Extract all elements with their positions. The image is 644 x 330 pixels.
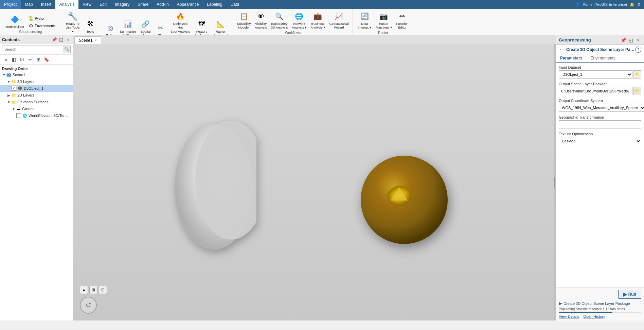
2d-layers-item[interactable]: ▶ 📁 2D Layers (0, 92, 73, 99)
spatial-join-icon: 🔗 (140, 19, 151, 30)
open-history-link[interactable]: Open History (583, 314, 605, 318)
input-dataset-folder-btn[interactable]: 📁 (633, 70, 641, 79)
2d-layers-expand[interactable]: ▶ (7, 93, 11, 97)
output-coord-label: Output Coordinate System (559, 99, 641, 103)
tab-share[interactable]: Share (133, 0, 153, 9)
function-editor-button[interactable]: ✏ FunctionEditor (395, 10, 410, 30)
layer-tool-bookmark[interactable]: 🔖 (43, 56, 50, 63)
tools-button[interactable]: 🛠 Tools (84, 18, 97, 34)
d3object1-item[interactable]: ✓ D3Object_1 (0, 85, 73, 92)
tab-insert[interactable]: Insert (37, 0, 55, 9)
ground-expand[interactable]: ▼ (12, 107, 16, 111)
tab-parameters[interactable]: Parameters (556, 54, 586, 63)
nav-zoom-out-button[interactable]: ⊟ (99, 286, 107, 294)
help-button[interactable]: ? (635, 47, 641, 53)
suitability-modeler-button[interactable]: 📋 SuitabilityModeler (236, 10, 252, 30)
tab-analysis[interactable]: Analysis (55, 0, 79, 9)
view-details-link[interactable]: View Details (559, 314, 579, 318)
modelbuilder-label: ModelBuilder (5, 25, 24, 29)
output-package-folder-btn[interactable]: 📁 (633, 87, 641, 95)
close-contents-icon[interactable]: × (65, 37, 71, 42)
scene-canvas[interactable]: ▲ ⊞ ⊟ ↺ (73, 44, 556, 320)
ready-to-use-button[interactable]: 🔧 Ready ToUse Tools ▾ (64, 10, 82, 34)
geo-progress-text: Populating Statistic resource f_16 into … (559, 307, 625, 311)
geo-progress: Populating Statistic resource f_16 into … (559, 307, 641, 313)
texture-opt-select[interactable]: Desktop Mobile None (559, 137, 641, 145)
tab-environments[interactable]: Environments (586, 54, 619, 62)
search-button[interactable]: 🔍 (63, 46, 71, 53)
admin-label: Admin (ArcGIS Enterprise) (583, 2, 627, 6)
search-input[interactable] (2, 46, 63, 53)
optimized-spot-button[interactable]: 🔥 Optimized HotSpot Analysis ▾ (169, 10, 192, 38)
layer-toolbar: ≡ ◧ ☑ ✏ ⊞ 🔖 (0, 55, 73, 65)
output-package-input[interactable] (559, 87, 632, 95)
nav-up-button[interactable]: ▲ (80, 286, 88, 294)
elevation-surfaces-icon: 📁 (11, 99, 16, 105)
feature-analysis-button[interactable]: 🗺 FeatureAnalysis ▾ (193, 18, 211, 38)
network-analysis-button[interactable]: 🌐 NetworkAnalysis ▾ (290, 10, 308, 30)
exploratory-3d-button[interactable]: 🔍 Exploratory3D Analysis (270, 10, 289, 30)
geo-status-row[interactable]: ▶ Create 3D Object Scene Layer Package (559, 301, 641, 306)
pin-icon[interactable]: 📌 (52, 37, 57, 42)
output-coord-select[interactable]: WGS_1984_Web_Mercator_Auxiliary_Sphere (559, 104, 644, 112)
run-button[interactable]: ▶ Run (618, 290, 641, 299)
layer-tool-snapping[interactable]: ⊞ (35, 56, 42, 63)
tab-addin[interactable]: Add-In (153, 0, 173, 9)
layer-tool-drawing-order[interactable]: ≡ (2, 56, 10, 63)
layer-tool-list-by-selection[interactable]: ☑ (18, 56, 26, 63)
input-dataset-select[interactable]: D3Object_1 (559, 70, 632, 79)
layer-tool-edit[interactable]: ✏ (26, 56, 34, 63)
raster-functions-button[interactable]: 📷 RasterFunctions ▾ (374, 10, 393, 30)
tab-imagery[interactable]: Imagery (111, 0, 133, 9)
settings-icon[interactable]: ⚙ (637, 2, 641, 7)
world-elevation-checkbox[interactable] (16, 113, 21, 118)
geo-expand-icon[interactable]: ◱ (628, 37, 634, 43)
tab-project[interactable]: Project (0, 0, 21, 9)
business-analysis-label: BusinessAnalysis ▾ (310, 22, 325, 30)
geo-transform-input[interactable] (559, 120, 641, 128)
expand-icon[interactable]: ◱ (58, 37, 64, 42)
geo-footer: ▶ Run ▶ Create 3D Object Scene Layer Pac… (556, 288, 644, 320)
back-button[interactable]: ← (559, 47, 564, 53)
environments-button[interactable]: ⚙ Environments (27, 22, 57, 29)
tab-map[interactable]: Map (21, 0, 37, 9)
modelbuilder-button[interactable]: 🔷 ModelBuilder (4, 13, 25, 29)
tab-appearance[interactable]: Appearance (173, 0, 203, 9)
python-button[interactable]: 🐍 Python (27, 15, 57, 22)
layer-tool-list-by-source[interactable]: ◧ (10, 56, 18, 63)
scene1-tab-close[interactable]: × (95, 38, 97, 42)
world-elevation-item[interactable]: 🌐 WorldElevation3D/Terrain3D (0, 112, 73, 119)
scene1-expand[interactable]: ▼ (2, 73, 6, 77)
ribbon-group-workflows: 📋 SuitabilityModeler 👁 VisibilityAnalysi… (233, 9, 353, 35)
ground-item[interactable]: ▼ ⛰ Ground (0, 105, 73, 112)
geo-pin-icon[interactable]: 📌 (620, 37, 626, 43)
drawing-order-header[interactable]: Drawing Order (0, 66, 73, 71)
scene1-item[interactable]: ▼ Scene1 (0, 71, 73, 78)
summarize-within-button[interactable]: 📊 SummarizeWithin (119, 18, 138, 38)
elevation-surfaces-item[interactable]: ▼ 📁 Elevation Surfaces (0, 99, 73, 105)
geoprocessing-title: Geoprocessing (559, 37, 591, 42)
notification-icon[interactable]: 🔔 (630, 2, 634, 7)
data-interop-button[interactable]: 🔄 DataInterop. ▾ (356, 10, 373, 30)
nav-zoom-in-button[interactable]: ⊞ (89, 286, 97, 294)
business-analysis-button[interactable]: 💼 BusinessAnalysis ▾ (309, 10, 326, 30)
scene-resizer[interactable] (554, 44, 556, 320)
elevation-surfaces-expand[interactable]: ▼ (7, 100, 11, 104)
tab-view[interactable]: View (78, 0, 95, 9)
compass[interactable]: ↺ (80, 297, 97, 314)
geostatistical-wizard-button[interactable]: 📈 GeostatisticalWizard (328, 10, 350, 30)
tab-edit[interactable]: Edit (95, 0, 111, 9)
3d-layers-expand[interactable]: ▼ (7, 80, 11, 84)
clip-icon: ✂ (155, 22, 166, 33)
3d-layers-item[interactable]: ▼ 📁 3D Layers (0, 78, 73, 85)
tab-data[interactable]: Data (227, 0, 243, 9)
crescent-object (172, 116, 256, 258)
tab-labeling[interactable]: Labeling (203, 0, 226, 9)
geo-close-icon[interactable]: × (635, 37, 641, 43)
d3object1-checkbox[interactable]: ✓ (12, 86, 16, 91)
output-package-field: Output Scene Layer Package 📁 (559, 82, 641, 95)
scene1-tab[interactable]: Scene1 × (74, 36, 101, 44)
visibility-analysis-button[interactable]: 👁 VisibilityAnalysis (253, 10, 268, 30)
spatial-join-button[interactable]: 🔗 SpatialJoin (139, 18, 153, 38)
raster-analysis-button[interactable]: 📐 RasterAnalysis ▾ (212, 18, 229, 38)
